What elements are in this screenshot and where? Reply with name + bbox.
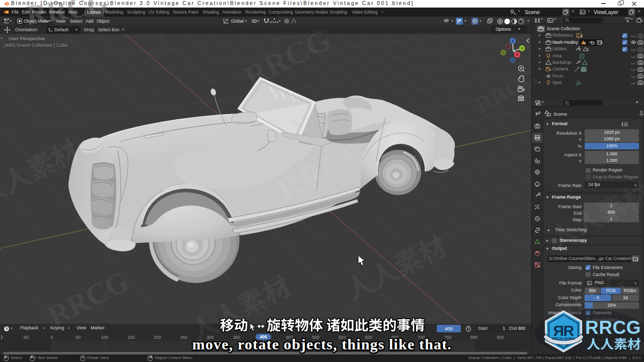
svg-text:Y: Y [521,46,523,51]
svg-text:RRCG: RRCG [585,317,641,338]
svg-text:X: X [516,52,518,57]
svg-text:Z: Z [512,39,514,43]
svg-text:RRCG.SORG: RRCG.SORG [552,336,575,341]
